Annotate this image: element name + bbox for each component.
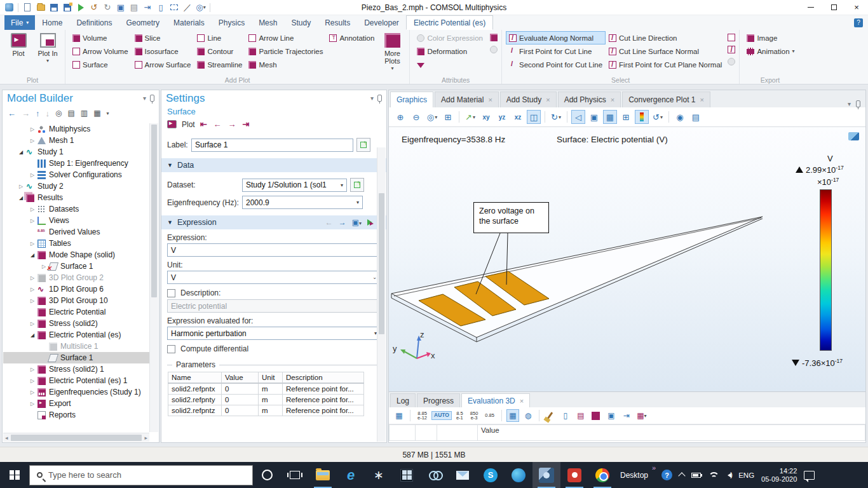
ribbon-tab-physics[interactable]: Physics (212, 15, 252, 30)
scroll-left-icon[interactable]: ◂ (5, 435, 8, 441)
tree-collapsed-arrow-icon[interactable]: ▷ (29, 287, 36, 292)
table-menu-icon[interactable]: ▦▾ (635, 409, 648, 422)
precision-button[interactable]: 8.85 e-12 (415, 409, 430, 423)
tree-item[interactable]: Derived Values (3, 226, 149, 238)
expression-forward-icon[interactable]: → (339, 218, 346, 227)
label-field[interactable]: Surface 1 (191, 139, 353, 152)
graphics-tab-add-material[interactable]: Add Material× (435, 92, 499, 107)
tree-item[interactable]: ▷Tables (3, 238, 149, 249)
close-tab-icon[interactable]: × (546, 96, 550, 104)
volume-button[interactable]: Volume (69, 31, 132, 44)
ribbon-tab-geometry[interactable]: Geometry (119, 15, 166, 30)
transparency-icon[interactable]: ▣ (587, 110, 601, 124)
graphics-tab-convergence-plot-1[interactable]: Convergence Plot 1× (622, 92, 710, 107)
tree-item[interactable]: ▷Stress (solid2) (3, 318, 149, 329)
evaluation-tab-log[interactable]: Log (390, 393, 416, 407)
pin-icon[interactable] (377, 95, 382, 102)
settings-vertical-scrollbar[interactable] (377, 147, 386, 442)
plot-previous-icon[interactable]: ← (214, 119, 222, 129)
redo-icon[interactable]: ↻ (103, 3, 112, 12)
plot-settings-icon[interactable]: ▦ (603, 110, 617, 124)
graphics-canvas[interactable]: Eigenfrequency=3538.8 Hz Surface: Electr… (389, 127, 865, 391)
skype-button[interactable]: S (477, 462, 505, 488)
tree-item[interactable]: ▷Surface 1 (3, 261, 149, 272)
save-icon[interactable] (50, 3, 58, 12)
grid-icon[interactable]: ⊞ (619, 110, 633, 124)
close-tab-icon[interactable]: × (520, 397, 524, 405)
tree-collapsed-arrow-icon[interactable]: ▷ (29, 321, 36, 327)
parameter-col-header[interactable]: Value (222, 372, 259, 384)
tree-collapsed-arrow-icon[interactable]: ▷ (29, 207, 36, 212)
rotate-icon[interactable]: ↻▾ (549, 110, 563, 124)
close-tab-icon[interactable]: × (611, 96, 614, 104)
arrow-volume-button[interactable]: Arrow Volume (69, 44, 132, 58)
zoom-in-icon[interactable]: ⊕ (393, 110, 407, 124)
surface-button[interactable]: Surface (69, 58, 132, 71)
tree-item[interactable]: Step 1: Eigenfrequency (3, 158, 149, 169)
onedrive-button[interactable] (421, 462, 449, 488)
color-legend-icon[interactable] (635, 110, 649, 124)
perspective-toggle-icon[interactable]: ◫ (527, 110, 541, 124)
plot-first-icon[interactable]: ⇤ (200, 119, 207, 129)
evaluation-tab-progress[interactable]: Progress (417, 393, 460, 407)
store-button[interactable] (393, 462, 421, 488)
graphics-tab-add-physics[interactable]: Add Physics× (558, 92, 621, 107)
cortana-button[interactable] (253, 462, 281, 488)
tree-item[interactable]: Electric Potential (3, 306, 149, 318)
browser-button[interactable] (505, 462, 532, 488)
precision-button[interactable]: 8.5 e-1 (454, 409, 466, 423)
tree-expanded-arrow-icon[interactable]: ◢ (29, 252, 36, 258)
close-tab-icon[interactable]: × (700, 96, 704, 104)
tree-collapsed-arrow-icon[interactable]: ▷ (29, 367, 36, 372)
show-options-icon[interactable]: ◎ (55, 109, 62, 118)
collapse-all-icon[interactable]: ▥ (81, 109, 88, 118)
tree-collapsed-arrow-icon[interactable]: ▷ (29, 390, 36, 395)
tree-item[interactable]: Surface 1 (3, 352, 149, 363)
tree-item[interactable]: ▷1D Plot Group 6 (3, 283, 149, 295)
ribbon-tab-materials[interactable]: Materials (166, 15, 212, 30)
table-graph-icon[interactable]: ▤ (574, 409, 587, 422)
file-menu-button[interactable]: File▾ (4, 15, 35, 30)
update-icon[interactable]: ↺▾ (651, 110, 665, 124)
evaluated-dropdown[interactable]: Harmonic perturbation▾ (167, 327, 381, 340)
desktop-label[interactable]: Desktop (616, 471, 652, 480)
data-section-header[interactable]: ▼Data (161, 158, 386, 172)
ribbon-tab-electric-potential-es-[interactable]: Electric Potential (es) (406, 15, 493, 30)
column-expand-icon[interactable]: » (170, 372, 172, 373)
chevron-down-icon[interactable]: ▾ (848, 100, 851, 107)
full-precision-icon[interactable]: ▦ (506, 409, 519, 422)
description-checkbox[interactable] (167, 289, 175, 297)
tree-collapsed-arrow-icon[interactable]: ▷ (29, 298, 36, 304)
move-up-icon[interactable]: ↑ (36, 109, 40, 118)
tree-item[interactable]: ▷3D Plot Group 10 (3, 295, 149, 306)
zoom-extents-icon[interactable]: ⊞ (441, 110, 455, 124)
tree-item[interactable]: ▷3D Plot Group 2 (3, 272, 149, 283)
ribbon-tab-study[interactable]: Study (284, 15, 318, 30)
forward-icon[interactable]: → (22, 109, 30, 118)
plot-last-icon[interactable]: ⇥ (243, 119, 250, 129)
line-button[interactable]: Line (194, 31, 245, 44)
scene-light-icon[interactable]: ◁ (571, 110, 585, 124)
tree-collapsed-arrow-icon[interactable]: ▷ (29, 241, 36, 247)
tree-item[interactable]: ▷Mesh 1 (3, 135, 149, 146)
plot-in-button[interactable]: Plot In▾ (33, 31, 62, 65)
tree-item[interactable]: ▷Study 2 (3, 180, 149, 192)
task-view-button[interactable] (281, 462, 309, 488)
chrome-button[interactable] (588, 462, 616, 488)
pin-icon[interactable] (856, 100, 860, 107)
edge-button[interactable]: e (337, 462, 365, 488)
snip-app-button[interactable]: ∗ (365, 462, 393, 488)
slice-button[interactable]: Slice (132, 31, 194, 44)
scientific-notation-icon[interactable]: ◍ (522, 409, 534, 422)
view-yz-icon[interactable]: yz (495, 110, 509, 124)
new-file-icon[interactable] (23, 3, 32, 12)
language-label[interactable]: ENG (738, 471, 754, 479)
replace-expression-icon[interactable]: ▣▾ (352, 218, 362, 227)
select-extra-icon-2[interactable] (728, 46, 735, 53)
open-file-icon[interactable] (36, 3, 45, 12)
tree-item[interactable]: ▷Solver Configurations (3, 169, 149, 180)
contour-button[interactable]: Contour (194, 44, 245, 58)
evaluate-along-normal-button[interactable]: Evaluate Along Normal (506, 31, 606, 44)
animation-export-button[interactable]: Animation▾ (743, 44, 797, 58)
first-point-cut-line-button[interactable]: First Point for Cut Line (506, 44, 606, 58)
